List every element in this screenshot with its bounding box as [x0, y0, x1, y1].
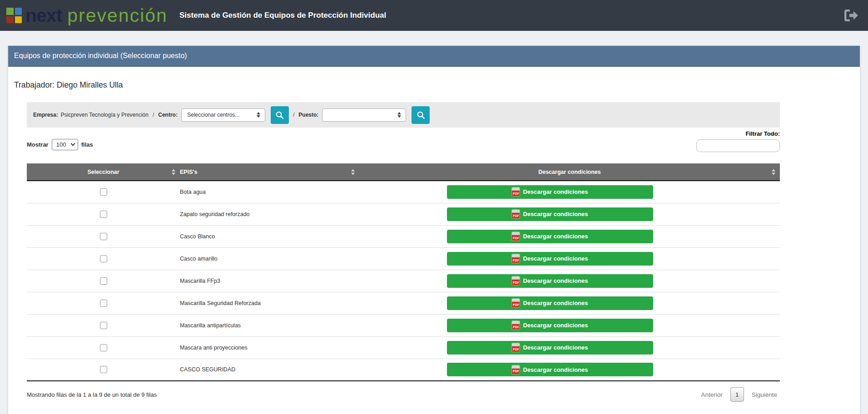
table-row: Bota agua PDF Descargar condiciones	[27, 181, 780, 203]
pdf-icon-text: PDF	[512, 257, 520, 263]
top-navbar: next prevención Sistema de Gestión de Eq…	[0, 0, 868, 31]
app-window: next prevención Sistema de Gestión de Eq…	[0, 0, 868, 414]
brand-logo: next prevención	[6, 6, 168, 25]
page-size-control: Mostrar 100 filas	[27, 139, 93, 150]
epi-name: Zapato seguridad reforzado	[180, 211, 250, 217]
download-conditions-button[interactable]: PDF Descargar condiciones	[447, 252, 653, 266]
epi-name: Casco amarillo	[180, 256, 218, 262]
filter-all-control: Filtrar Todo:	[696, 130, 780, 152]
pdf-icon: PDF	[512, 232, 520, 241]
page-size-value: 100	[56, 141, 66, 148]
download-conditions-button[interactable]: PDF Descargar condiciones	[447, 319, 653, 332]
sign-out-icon	[843, 9, 859, 22]
download-button-label: Descargar condiciones	[523, 277, 588, 284]
logo-square-red	[6, 16, 14, 24]
table-header-row: Seleccionar EPIS's Descargar condiciones	[27, 163, 780, 181]
pdf-icon: PDF	[512, 299, 520, 307]
pdf-icon: PDF	[512, 365, 520, 374]
logo-square-yellow	[15, 16, 22, 24]
empresa-value: Psicpreven Tecnología y Prevención	[61, 112, 149, 118]
select-epi-checkbox[interactable]	[100, 233, 107, 240]
select-epi-checkbox[interactable]	[100, 277, 107, 285]
puesto-label: Puesto:	[298, 112, 318, 118]
app-title: Sistema de Gestión de Equipos de Protecc…	[179, 11, 386, 20]
select-epi-checkbox[interactable]	[100, 188, 107, 196]
download-conditions-button[interactable]: PDF Descargar condiciones	[447, 230, 653, 243]
previous-page-button[interactable]: Anterior	[701, 391, 722, 398]
download-conditions-button[interactable]: PDF Descargar condiciones	[447, 274, 653, 288]
pdf-icon-text: PDF	[512, 213, 520, 218]
sort-icon[interactable]	[351, 169, 355, 175]
pdf-icon: PDF	[512, 187, 520, 196]
pdf-icon: PDF	[512, 210, 520, 218]
epi-table-body: Bota agua PDF Descargar condiciones Zapa…	[27, 181, 780, 381]
table-footer: Mostrando filas de la 1 a la 9 de un tot…	[27, 387, 780, 402]
pdf-icon-text: PDF	[512, 369, 520, 374]
search-icon	[275, 111, 284, 119]
sort-icon[interactable]	[172, 169, 175, 175]
column-header-epis[interactable]: EPIS's	[180, 163, 359, 181]
table-row: Casco amarillo PDF Descargar condiciones	[27, 247, 780, 270]
download-conditions-button[interactable]: PDF Descargar condiciones	[447, 341, 653, 355]
pdf-icon-text: PDF	[512, 346, 520, 352]
pdf-icon-text: PDF	[512, 324, 520, 330]
download-button-label: Descargar condiciones	[523, 300, 588, 306]
epi-name: Bota agua	[180, 189, 206, 195]
select-epi-checkbox[interactable]	[100, 300, 107, 307]
select-epi-checkbox[interactable]	[100, 322, 107, 329]
select-epi-checkbox[interactable]	[100, 366, 107, 373]
download-conditions-button[interactable]: PDF Descargar condiciones	[447, 363, 653, 376]
panel-title: Equipos de protección individual (Selecc…	[14, 52, 187, 60]
brand-name-next: next	[25, 6, 62, 25]
worker-name: Trabajador: Diego Miralles Ulla	[8, 67, 860, 90]
chevron-down-icon	[70, 142, 75, 146]
column-header-seleccionar[interactable]: Seleccionar	[27, 163, 180, 181]
centro-select[interactable]: Seleccionar centros...	[181, 108, 265, 122]
download-conditions-button[interactable]: PDF Descargar condiciones	[447, 207, 653, 221]
download-button-label: Descargar condiciones	[523, 366, 588, 373]
column-header-descargar[interactable]: Descargar condiciones	[359, 163, 780, 181]
logout-button[interactable]	[843, 9, 859, 22]
pdf-icon-text: PDF	[512, 280, 520, 285]
filas-label: filas	[81, 141, 93, 148]
main-panel: Equipos de protección individual (Selecc…	[8, 45, 860, 414]
panel-header: Equipos de protección individual (Selecc…	[8, 46, 860, 67]
logo-square-green	[6, 8, 14, 15]
pagination: Anterior 1 Siguiente	[701, 387, 780, 402]
puesto-search-button[interactable]	[412, 106, 430, 124]
download-button-label: Descargar condiciones	[523, 188, 588, 195]
brand-squares-icon	[6, 8, 22, 23]
select-epi-checkbox[interactable]	[100, 255, 107, 262]
puesto-select[interactable]	[322, 108, 406, 122]
select-epi-checkbox[interactable]	[100, 211, 107, 218]
empresa-label: Empresa:	[33, 112, 58, 118]
select-updown-icon	[397, 112, 401, 118]
logo-square-blue	[15, 8, 22, 15]
filter-all-input[interactable]	[696, 139, 780, 152]
table-row: CASCO SEGURIDAD PDF Descargar condicione…	[27, 359, 780, 381]
epi-name: Mascarilla antipartículas	[180, 322, 241, 329]
download-button-label: Descargar condiciones	[523, 344, 588, 351]
table-row: Mascara anti proyecciones PDF Descargar …	[27, 336, 780, 359]
epi-name: CASCO SEGURIDAD	[180, 366, 235, 373]
pdf-icon-text: PDF	[512, 235, 520, 241]
download-button-label: Descargar condiciones	[523, 211, 588, 217]
download-conditions-button[interactable]: PDF Descargar condiciones	[447, 185, 653, 199]
page-1-button[interactable]: 1	[730, 387, 744, 402]
page-size-select[interactable]: 100	[52, 139, 78, 150]
pdf-icon: PDF	[512, 343, 520, 352]
sort-icon[interactable]	[772, 169, 775, 175]
next-page-button[interactable]: Siguiente	[752, 391, 780, 398]
select-epi-checkbox[interactable]	[100, 344, 107, 351]
epi-name: Mascara anti proyecciones	[180, 345, 248, 351]
download-button-label: Descargar condiciones	[523, 233, 588, 240]
filter-bar: Empresa: Psicpreven Tecnología y Prevenc…	[27, 102, 780, 128]
pdf-icon: PDF	[512, 276, 520, 285]
centro-search-button[interactable]	[271, 106, 289, 124]
search-icon	[417, 111, 425, 119]
panel-content: Empresa: Psicpreven Tecnología y Prevenc…	[27, 102, 780, 402]
brand-name-prevencion: prevención	[67, 6, 168, 25]
epi-name: Casco Blanco	[180, 233, 215, 240]
filter-all-label: Filtrar Todo:	[745, 130, 780, 137]
download-conditions-button[interactable]: PDF Descargar condiciones	[447, 296, 653, 310]
